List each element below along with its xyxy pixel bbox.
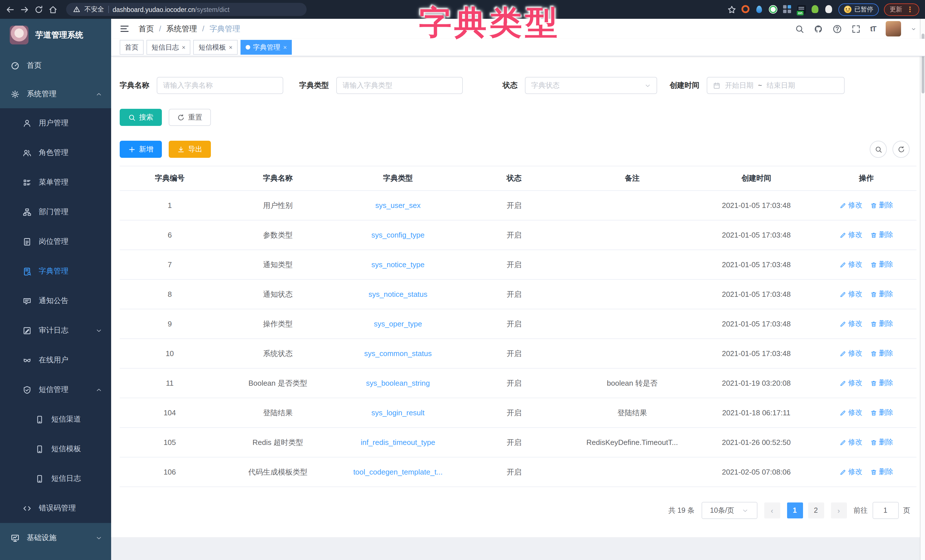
next-page-button[interactable]: › <box>831 503 847 518</box>
edit-link[interactable]: 修改 <box>839 289 862 299</box>
dict-type-input[interactable] <box>336 77 463 94</box>
dict-type-link[interactable]: sys_boolean_string <box>336 368 460 398</box>
sidebar-item[interactable]: 短信管理 <box>0 375 111 405</box>
sidebar-item[interactable]: 短信日志 <box>0 464 111 493</box>
dict-type-link[interactable]: sys_login_result <box>336 398 460 428</box>
edit-link[interactable]: 修改 <box>839 319 862 329</box>
sidebar-item[interactable]: 菜单管理 <box>0 167 111 197</box>
close-icon[interactable]: × <box>283 44 287 50</box>
security-label[interactable]: 不安全 <box>84 5 104 14</box>
export-button[interactable]: 导出 <box>169 141 211 158</box>
reset-button[interactable]: 重置 <box>169 109 211 126</box>
sidebar-item[interactable]: 短信模板 <box>0 434 111 464</box>
dict-type-link[interactable]: sys_oper_type <box>336 309 460 339</box>
hamburger-icon[interactable] <box>120 24 130 34</box>
sidebar-item[interactable]: 字典管理 <box>0 256 111 286</box>
extension-ghost-icon[interactable] <box>825 5 833 14</box>
sidebar-item[interactable]: 岗位管理 <box>0 227 111 256</box>
paused-extension-pill[interactable]: 已暂停 <box>838 3 879 16</box>
sidebar-item[interactable]: 基础设施 <box>0 523 111 552</box>
delete-link[interactable]: 删除 <box>870 200 893 210</box>
page-size-select[interactable]: 10条/页 <box>701 502 757 519</box>
sidebar-item[interactable]: 在线用户 <box>0 345 111 375</box>
prev-page-button[interactable]: ‹ <box>764 503 780 518</box>
page-button[interactable]: 1 <box>787 503 803 518</box>
dict-type-link[interactable]: sys_notice_type <box>336 250 460 279</box>
extension-grid-icon[interactable] <box>782 5 792 14</box>
dict-type-link[interactable]: sys_common_status <box>336 339 460 368</box>
breadcrumb-item[interactable]: 系统管理/ <box>166 24 210 34</box>
view-tab[interactable]: 首页 × <box>120 40 144 55</box>
dict-type-link[interactable]: sys_notice_status <box>336 279 460 309</box>
dict-type-link[interactable]: sys_config_type <box>336 220 460 250</box>
delete-link[interactable]: 删除 <box>870 408 893 418</box>
dict-type-link[interactable]: inf_redis_timeout_type <box>336 428 460 457</box>
github-icon[interactable] <box>814 24 823 33</box>
dict-type-link[interactable]: tool_codegen_template_t... <box>336 457 460 487</box>
caret-down-icon[interactable] <box>911 26 916 32</box>
star-icon[interactable] <box>727 5 736 14</box>
extension-green-icon[interactable] <box>769 5 777 14</box>
page-button[interactable]: 2 <box>808 503 824 518</box>
edit-link[interactable]: 修改 <box>839 230 862 240</box>
sidebar-item[interactable]: 用户管理 <box>0 108 111 138</box>
extension-person-icon[interactable] <box>811 5 820 14</box>
sidebar-item[interactable]: 系统管理 <box>0 80 111 108</box>
user-avatar[interactable] <box>886 21 901 36</box>
delete-link[interactable]: 删除 <box>870 230 893 240</box>
close-icon[interactable]: × <box>182 44 185 50</box>
fullscreen-icon[interactable] <box>851 24 860 33</box>
show-search-button[interactable] <box>870 141 887 158</box>
edit-link[interactable]: 修改 <box>839 349 862 358</box>
sidebar-item[interactable]: 首页 <box>0 51 111 80</box>
status-select[interactable]: 字典状态 <box>525 77 657 94</box>
forward-icon[interactable] <box>20 5 29 14</box>
update-browser-pill[interactable]: 更新 ⋮ <box>884 3 919 16</box>
delete-link[interactable]: 删除 <box>870 319 893 329</box>
goto-page-input[interactable] <box>872 502 898 519</box>
back-icon[interactable] <box>6 5 15 14</box>
view-tab[interactable]: 字典管理 × <box>241 40 292 55</box>
address-bar[interactable]: 不安全 dashboard.yudao.iocoder.cn/system/di… <box>66 3 307 16</box>
delete-link[interactable]: 删除 <box>870 467 893 477</box>
extension-on-icon[interactable]: on <box>797 5 806 14</box>
sidebar-item[interactable]: 通知公告 <box>0 286 111 316</box>
url-text[interactable]: dashboard.yudao.iocoder.cn/system/dict <box>113 6 229 13</box>
reload-icon[interactable] <box>34 5 43 14</box>
edit-link[interactable]: 修改 <box>839 438 862 447</box>
edit-link[interactable]: 修改 <box>839 467 862 477</box>
home-icon[interactable] <box>48 5 57 14</box>
kebab-menu-icon[interactable]: ⋮ <box>906 5 914 14</box>
edit-link[interactable]: 修改 <box>839 408 862 418</box>
delete-link[interactable]: 删除 <box>870 260 893 269</box>
delete-link[interactable]: 删除 <box>870 438 893 447</box>
delete-link[interactable]: 删除 <box>870 289 893 299</box>
scrollbar[interactable] <box>920 19 925 560</box>
sidebar-item[interactable]: 错误码管理 <box>0 493 111 523</box>
breadcrumb-item[interactable]: 首页/ <box>139 24 166 34</box>
view-tab[interactable]: 短信模板 × <box>193 40 238 55</box>
extension-drop-icon[interactable] <box>755 5 764 14</box>
add-button[interactable]: 新增 <box>120 141 162 158</box>
sidebar-item[interactable]: 部门管理 <box>0 197 111 227</box>
search-icon[interactable] <box>795 24 804 33</box>
question-icon[interactable] <box>832 24 842 33</box>
font-size-icon[interactable]: tT <box>870 24 876 33</box>
edit-link[interactable]: 修改 <box>839 378 862 388</box>
dict-name-input[interactable] <box>157 77 283 94</box>
delete-link[interactable]: 删除 <box>870 349 893 358</box>
edit-link[interactable]: 修改 <box>839 260 862 269</box>
refresh-table-button[interactable] <box>892 141 910 158</box>
search-button[interactable]: 搜索 <box>120 109 162 126</box>
app-logo[interactable]: 芋道管理系统 <box>0 19 111 51</box>
dict-type-link[interactable]: sys_user_sex <box>336 191 460 220</box>
sidebar-item[interactable]: 审计日志 <box>0 316 111 345</box>
sidebar-item[interactable]: 短信渠道 <box>0 405 111 434</box>
delete-link[interactable]: 删除 <box>870 378 893 388</box>
view-tab[interactable]: 短信日志 × <box>146 40 191 55</box>
close-icon[interactable]: × <box>229 44 232 50</box>
extension-donut-icon[interactable] <box>741 5 750 14</box>
sidebar-item[interactable]: 角色管理 <box>0 138 111 167</box>
date-range-picker[interactable]: 开始日期 ~ 结束日期 <box>707 77 845 94</box>
edit-link[interactable]: 修改 <box>839 200 862 210</box>
